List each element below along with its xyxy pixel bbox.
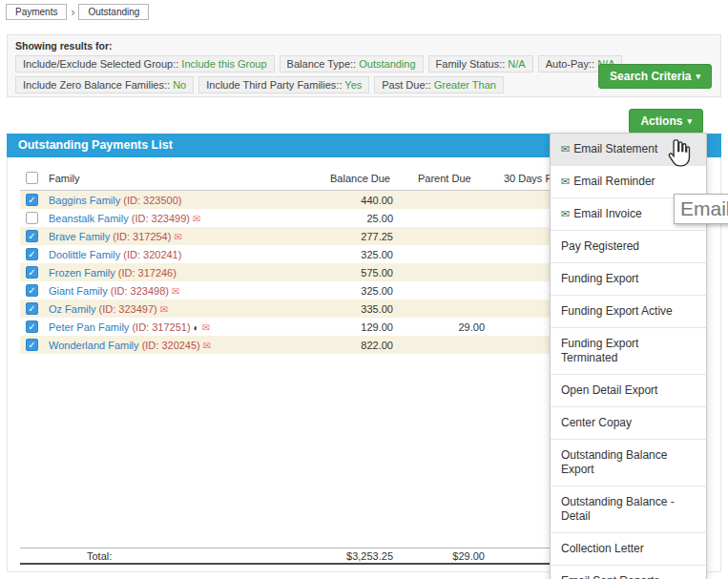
menu-item-center-copay[interactable]: Center Copay bbox=[551, 406, 706, 439]
row-checkbox[interactable]: ✓ bbox=[26, 266, 38, 279]
family-id: (ID: 317251) bbox=[132, 321, 190, 333]
family-cell: Giant Family (ID: 323498)✉ bbox=[49, 285, 321, 297]
family-link[interactable]: Beanstalk Family (ID: 323499) bbox=[49, 213, 190, 224]
filters-panel: Showing results for: Include/Exclude Sel… bbox=[7, 34, 721, 97]
family-id: (ID: 317246) bbox=[118, 267, 177, 279]
row-checkbox-cell: ✓ bbox=[20, 230, 49, 242]
envelope-icon[interactable]: ✉ bbox=[193, 214, 200, 224]
balance-due-value: 325.00 bbox=[321, 285, 408, 297]
family-id: (ID: 317254) bbox=[113, 231, 171, 242]
actions-button[interactable]: Actions ▾ bbox=[629, 109, 703, 134]
family-link[interactable]: Giant Family (ID: 323498) bbox=[49, 285, 169, 297]
menu-item-label: Collection Letter bbox=[561, 542, 644, 556]
row-checkbox[interactable]: ✓ bbox=[26, 248, 38, 260]
filter-chip-include-zero-balance-families: Include Zero Balance Families:: No bbox=[15, 76, 194, 93]
row-checkbox[interactable]: ✓ bbox=[26, 339, 38, 351]
envelope-icon[interactable]: ✉ bbox=[174, 232, 181, 242]
row-checkbox[interactable]: ✓ bbox=[26, 321, 38, 333]
menu-item-label: Email Reminder bbox=[573, 175, 655, 189]
column-header-parent-due[interactable]: Parent Due bbox=[408, 173, 504, 184]
menu-item-funding-export-terminated[interactable]: Funding Export Terminated bbox=[551, 327, 706, 374]
family-link[interactable]: Oz Family (ID: 323497) bbox=[49, 303, 157, 315]
menu-item-label: Funding Export Active bbox=[561, 304, 673, 319]
family-link[interactable]: Doolittle Family (ID: 320241) bbox=[49, 249, 181, 260]
family-id: (ID: 320241) bbox=[123, 249, 181, 260]
filters-heading: Showing results for: bbox=[15, 40, 713, 52]
family-link[interactable]: Peter Pan Family (ID: 317251) bbox=[49, 321, 191, 333]
family-id: (ID: 323499) bbox=[132, 213, 190, 224]
breadcrumb-item-payments[interactable]: Payments bbox=[6, 4, 67, 20]
breadcrumb: Payments › Outstanding bbox=[6, 4, 149, 20]
filter-chip-value: N/A bbox=[508, 58, 525, 70]
family-cell: Oz Family (ID: 323497)✉ bbox=[49, 303, 321, 315]
menu-item-label: Email Invoice bbox=[573, 207, 641, 221]
family-id: (ID: 323500) bbox=[123, 195, 181, 206]
menu-item-email-sent-reports[interactable]: Email Sent Reports bbox=[551, 565, 706, 579]
menu-item-label: Outstanding Balance - Detail bbox=[561, 495, 696, 524]
actions-button-label: Actions bbox=[640, 114, 682, 128]
filter-chip-label: Include Third Party Families:: bbox=[206, 79, 344, 91]
envelope-icon[interactable]: ✉ bbox=[160, 304, 168, 315]
row-checkbox[interactable]: ✓ bbox=[26, 284, 38, 297]
family-id: (ID: 323497) bbox=[99, 303, 157, 315]
chevron-right-icon: › bbox=[71, 6, 74, 19]
filter-chip-label: Family Status:: bbox=[436, 58, 509, 70]
family-cell: Baggins Family (ID: 323500) bbox=[49, 195, 321, 206]
email-tooltip: Email bbox=[674, 194, 728, 224]
column-header-family[interactable]: Family bbox=[49, 173, 321, 184]
parent-due-value: 29.00 bbox=[408, 321, 504, 333]
envelope-icon[interactable]: ✉ bbox=[172, 286, 179, 297]
envelope-icon[interactable]: ✉ bbox=[203, 341, 211, 351]
family-link[interactable]: Frozen Family (ID: 317246) bbox=[49, 267, 177, 279]
row-checkbox[interactable]: ✓ bbox=[26, 230, 38, 242]
family-cell: Wonderland Family (ID: 320245)✉ bbox=[49, 340, 321, 351]
column-header-balance-due[interactable]: Balance Due bbox=[321, 173, 408, 184]
menu-item-label: Email Statement bbox=[573, 142, 657, 156]
header-checkbox-cell bbox=[20, 172, 49, 184]
row-checkbox[interactable]: ✓ bbox=[26, 302, 38, 315]
row-checkbox-cell: ✓ bbox=[20, 339, 49, 351]
filter-chip-balance-type: Balance Type:: Outstanding bbox=[280, 55, 424, 72]
filter-chip-value: Greater Than bbox=[434, 79, 496, 91]
envelope-icon[interactable]: ✉ bbox=[202, 322, 210, 333]
row-checkbox-cell: ✓ bbox=[20, 248, 49, 260]
menu-item-funding-export[interactable]: Funding Export bbox=[551, 262, 706, 295]
balance-due-value: 325.00 bbox=[321, 249, 408, 260]
menu-item-open-detail-export[interactable]: Open Detail Export bbox=[551, 374, 706, 406]
menu-item-pay-registered[interactable]: Pay Registered bbox=[551, 230, 706, 262]
menu-item-collection-letter[interactable]: Collection Letter bbox=[551, 532, 706, 565]
family-id: (ID: 323498) bbox=[111, 285, 169, 297]
breadcrumb-item-outstanding[interactable]: Outstanding bbox=[78, 4, 149, 20]
menu-item-email-reminder[interactable]: ✉Email Reminder bbox=[551, 165, 706, 197]
family-cell: Beanstalk Family (ID: 323499)✉ bbox=[49, 213, 321, 224]
balance-due-value: 25.00 bbox=[321, 213, 408, 224]
family-link[interactable]: Wonderland Family (ID: 320245) bbox=[49, 340, 200, 351]
filter-chip-label: Balance Type:: bbox=[287, 58, 360, 70]
search-criteria-button[interactable]: Search Criteria ▾ bbox=[598, 64, 712, 89]
filter-chip-label: Auto-Pay:: bbox=[546, 58, 597, 70]
menu-item-label: Funding Export bbox=[561, 272, 638, 286]
row-checkbox-cell: ✓ bbox=[20, 194, 49, 206]
row-checkbox[interactable]: ✓ bbox=[26, 194, 38, 206]
balance-due-value: 822.00 bbox=[321, 340, 408, 351]
menu-item-outstanding-balance-detail[interactable]: Outstanding Balance - Detail bbox=[551, 486, 706, 532]
total-label: Total: bbox=[49, 550, 321, 562]
select-all-checkbox[interactable] bbox=[26, 172, 38, 184]
menu-item-label: Outstanding Balance Export bbox=[561, 448, 696, 477]
family-link[interactable]: Baggins Family (ID: 323500) bbox=[49, 195, 181, 206]
balance-due-value: 129.00 bbox=[321, 321, 408, 333]
menu-item-label: Funding Export Terminated bbox=[561, 337, 696, 365]
filter-chip-value: Outstanding bbox=[359, 58, 415, 70]
menu-item-label: Email Sent Reports bbox=[561, 574, 659, 579]
balance-due-value: 277.25 bbox=[321, 231, 408, 242]
row-checkbox-cell: ✓ bbox=[20, 266, 49, 279]
menu-item-funding-export-active[interactable]: Funding Export Active bbox=[551, 295, 706, 327]
menu-item-outstanding-balance-export[interactable]: Outstanding Balance Export bbox=[551, 439, 706, 486]
panel-title: Outstanding Payments List bbox=[18, 138, 173, 152]
filter-chip-family-status: Family Status:: N/A bbox=[428, 55, 533, 72]
family-link[interactable]: Brave Family (ID: 317254) bbox=[49, 231, 171, 242]
filter-chip-include-third-party-families: Include Third Party Families:: Yes bbox=[198, 76, 369, 93]
row-checkbox[interactable] bbox=[26, 212, 38, 224]
filter-chip-value: Include this Group bbox=[181, 58, 266, 70]
email-tooltip-text: Email bbox=[680, 197, 728, 219]
